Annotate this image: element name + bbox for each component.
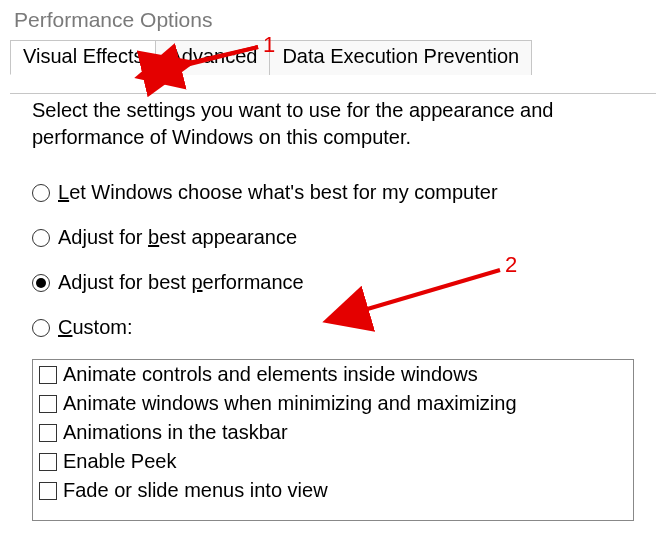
- list-item-label: Animations in the taskbar: [63, 419, 288, 446]
- list-item-label: Fade or slide menus into view: [63, 477, 328, 504]
- list-item[interactable]: Animations in the taskbar: [33, 418, 633, 447]
- tab-divider: [10, 93, 656, 94]
- checkbox-icon[interactable]: [39, 482, 57, 500]
- tab-advanced[interactable]: Advanced: [155, 40, 270, 75]
- checkbox-icon[interactable]: [39, 395, 57, 413]
- radio-icon: [32, 274, 50, 292]
- radio-icon: [32, 229, 50, 247]
- panel-visual-effects: Select the settings you want to use for …: [0, 75, 656, 521]
- annotation-number-2: 2: [505, 252, 517, 278]
- list-item[interactable]: Enable Peek: [33, 447, 633, 476]
- radio-let-windows-choose[interactable]: Let Windows choose what's best for my co…: [32, 179, 634, 206]
- list-item[interactable]: Fade or slide menus into view: [33, 476, 633, 505]
- radio-best-appearance[interactable]: Adjust for best appearance: [32, 224, 634, 251]
- list-item[interactable]: Animate controls and elements inside win…: [33, 360, 633, 389]
- checkbox-icon[interactable]: [39, 453, 57, 471]
- radio-label: Adjust for best performance: [58, 269, 304, 296]
- effects-list[interactable]: Animate controls and elements inside win…: [32, 359, 634, 521]
- radio-custom[interactable]: Custom:: [32, 314, 634, 341]
- list-item-label: Animate windows when minimizing and maxi…: [63, 390, 517, 417]
- radio-best-performance[interactable]: Adjust for best performance: [32, 269, 634, 296]
- list-item-label: Enable Peek: [63, 448, 176, 475]
- radio-label: Custom:: [58, 314, 132, 341]
- radio-icon: [32, 184, 50, 202]
- list-item-label: Animate controls and elements inside win…: [63, 361, 478, 388]
- list-item[interactable]: Animate windows when minimizing and maxi…: [33, 389, 633, 418]
- checkbox-icon[interactable]: [39, 366, 57, 384]
- window-title: Performance Options: [0, 0, 656, 38]
- radio-label: Let Windows choose what's best for my co…: [58, 179, 498, 206]
- annotation-number-1: 1: [263, 32, 275, 58]
- radio-label: Adjust for best appearance: [58, 224, 297, 251]
- tab-visual-effects[interactable]: Visual Effects: [10, 40, 156, 75]
- intro-text: Select the settings you want to use for …: [32, 97, 592, 151]
- checkbox-icon[interactable]: [39, 424, 57, 442]
- tab-dep[interactable]: Data Execution Prevention: [269, 40, 532, 75]
- radio-icon: [32, 319, 50, 337]
- tab-strip: Visual Effects Advanced Data Execution P…: [10, 40, 646, 75]
